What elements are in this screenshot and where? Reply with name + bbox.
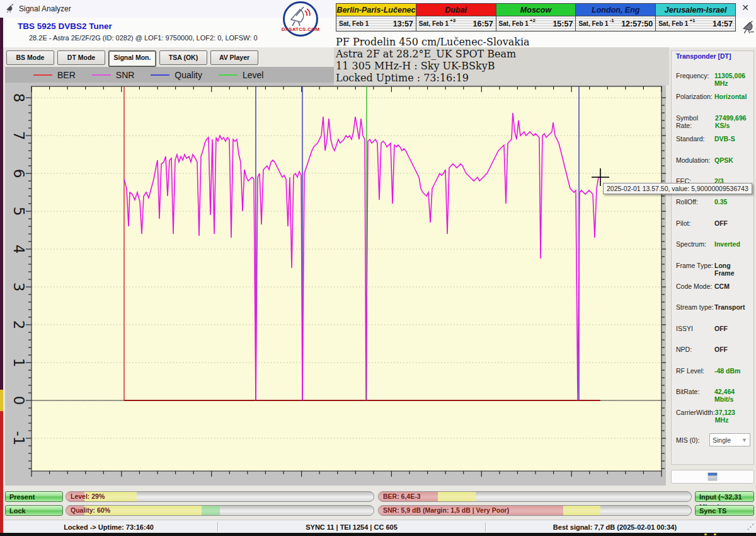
mis-dropdown-value: Single <box>713 436 731 444</box>
transponder-row-modulation-: Modulation:QPSK <box>676 156 750 164</box>
clock-time-row: Sat, Feb 1+215:57 <box>496 16 576 31</box>
clock-city-label: Berlin-Paris-Lučenec <box>336 4 416 16</box>
signal-chart-canvas[interactable]: 876543210-1 <box>5 83 666 486</box>
stream-list-button[interactable] <box>671 470 754 484</box>
clock-date: Sat, Feb 1 <box>578 20 608 27</box>
mode-button-signal-mon-[interactable]: Signal Mon. <box>108 50 156 67</box>
transponder-panel-title: Transponder [DT] <box>676 52 731 60</box>
clock-dubai: DubaiSat, Feb 1+316:57 <box>416 3 496 32</box>
status-bar: Locked -> Uptime: 73:16:40 SYNC 11 | TEI… <box>0 520 756 533</box>
transponder-row-carrierwidth-: CarrierWidth:37,123 MHz <box>676 409 750 424</box>
list-icon <box>707 472 718 481</box>
transponder-value: OFF <box>714 219 750 227</box>
transponder-label: Modulation: <box>676 156 710 164</box>
transponder-value: OFF <box>714 346 750 353</box>
transponder-value: -48 dBm <box>714 367 750 375</box>
transponder-label: CarrierWidth: <box>676 409 715 424</box>
y-axis-label: 1 <box>11 358 27 368</box>
transponder-label: Frame Type: <box>676 262 713 277</box>
transponder-row-pilot-: Pilot:OFF <box>676 219 750 227</box>
transponder-row-polarization-: Polarization:Horizontal <box>676 93 750 100</box>
annotation-line-3: 11 305 MHz-H : Sky UK-BSkyB <box>336 60 666 72</box>
legend-line-sample <box>219 74 238 76</box>
transponder-value: Long Frame <box>714 262 750 277</box>
bar-ber-label: BER: 6,4E-3 <box>383 492 421 500</box>
mode-button-row: BS ModeDT ModeSignal Mon.TSA (OK)AV Play… <box>6 50 258 67</box>
transponder-row-frequency-: Frequency:11305,006 MHz <box>676 72 750 87</box>
legend-label: BER <box>57 70 76 80</box>
tuner-title: TBS 5925 DVBS2 Tuner <box>18 21 112 31</box>
clock-date: Sat, Feb 1 <box>658 20 688 27</box>
legend-item-quality: Quality <box>151 70 202 80</box>
present-indicator: Present <box>5 491 63 502</box>
close-icon[interactable]: ✕ <box>738 3 752 15</box>
y-axis-label: 3 <box>11 283 27 292</box>
transponder-row-frame-type-: Frame Type:Long Frame <box>676 262 750 277</box>
transponder-label: Frequency: <box>676 72 709 87</box>
legend-label: Level <box>243 70 263 80</box>
mode-button-bs-mode[interactable]: BS Mode <box>6 50 54 65</box>
clock-date: Sat, Feb 1 <box>419 20 449 27</box>
bar-fill-segment <box>563 506 601 515</box>
snr-bar: SNR: 5,9 dB (Margin: 1,5 dB | Very Poor) <box>378 505 692 516</box>
legend-item-ber: BER <box>33 70 76 80</box>
status-uptime: Locked -> Uptime: 73:16:40 <box>0 523 217 531</box>
signal-chart[interactable]: 876543210-1 <box>5 83 666 486</box>
legend-item-level: Level <box>219 70 263 80</box>
clock-time: 12:57:50 <box>621 20 653 28</box>
plot-area[interactable] <box>32 86 662 471</box>
annotation-line-2: Astra 2F at 28.2°E_UK SPOT Beam <box>336 48 666 60</box>
transponder-value: CCM <box>714 283 750 290</box>
quality-bar: Quality: 60% <box>66 505 374 516</box>
transponder-row-spectrum-: Spectrum:Inverted <box>676 240 750 248</box>
bar-level-label: Level: 29% <box>71 492 105 500</box>
mode-button-dt-mode[interactable]: DT Mode <box>57 50 105 65</box>
transponder-row-symbol-rate-: Symbol Rate:27499,696 KS/s <box>676 114 750 129</box>
clock-time: 14:57 <box>713 20 733 28</box>
clock-time-row: Sat, Feb 1+114:57 <box>656 16 735 31</box>
bar-fill-segment <box>438 492 476 501</box>
y-axis-label: 5 <box>11 207 27 216</box>
clock-time-row: Sat, Feb 1+316:57 <box>416 16 496 31</box>
y-axis-label: 4 <box>11 245 27 254</box>
annotation-line-4: Locked Uptime : 73:16:19 <box>336 72 666 84</box>
taskbar-glow <box>714 533 716 535</box>
transponder-label: RF Level: <box>676 367 704 375</box>
clock-time-row: Sat, Feb 1-112:57:50 <box>576 16 655 31</box>
clock-date: Sat, Feb 1 <box>339 20 369 27</box>
transponder-value: Transport <box>714 303 750 311</box>
transponder-row-stream-type-: Stream type:Transport <box>676 303 750 311</box>
clock-city-label: Moscow <box>496 4 576 16</box>
legend-line-sample <box>151 74 169 76</box>
mode-button-tsa-ok-[interactable]: TSA (OK) <box>159 50 207 65</box>
transponder-value: 27499,696 KS/s <box>715 114 750 129</box>
chevron-down-icon: ▼ <box>742 437 747 443</box>
annotation-text: PF Prodelin 450 cm/Lučenec-Slovakia Astr… <box>336 36 666 84</box>
mode-button-av-player[interactable]: AV Player <box>210 50 258 65</box>
clock-city-label: London, Eng <box>576 4 655 16</box>
transponder-row-rf-level-: RF Level:-48 dBm <box>676 367 750 375</box>
transponder-value: Horizontal <box>714 93 750 100</box>
ber-bar: BER: 6,4E-3 <box>378 491 692 502</box>
window-title: Signal Analyzer <box>19 4 71 13</box>
tuner-subtitle: 28.2E - Astra 2E/2F/2G (ID: 0282) @ LOF1… <box>29 34 258 42</box>
mis-label: MIS (0): <box>676 436 699 444</box>
y-axis-label: 6 <box>11 169 27 178</box>
resize-grip[interactable]: ⋰ <box>747 523 754 531</box>
transponder-value: 42,464 Mbit/s <box>714 388 750 403</box>
background-window-edge <box>0 18 3 533</box>
legend-line-sample <box>33 74 52 76</box>
sync-ts-indicator: Sync TS <box>695 505 754 516</box>
transponder-label: ISSYI <box>676 325 693 332</box>
clock-utc-offset: +3 <box>450 18 455 23</box>
transponder-value: DVB-S <box>714 135 750 143</box>
transponder-label: Stream type: <box>676 303 714 311</box>
clock-city-label: Jerusalem-Israel <box>656 4 735 16</box>
transponder-value: Inverted <box>714 240 750 248</box>
transponder-row-standard-: Standard:DVB-S <box>676 135 750 143</box>
satellite-dish-icon <box>5 4 15 14</box>
mis-dropdown[interactable]: Single ▼ <box>709 433 750 446</box>
bar-snr-label: SNR: 5,9 dB (Margin: 1,5 dB | Very Poor) <box>383 506 509 514</box>
clock-berlin-paris-lu-enec: Berlin-Paris-LučenecSat, Feb 113:57 <box>336 3 416 32</box>
status-best-signal: Best signal: 7,7 dB (2025-02-01 00:34) <box>486 523 744 531</box>
